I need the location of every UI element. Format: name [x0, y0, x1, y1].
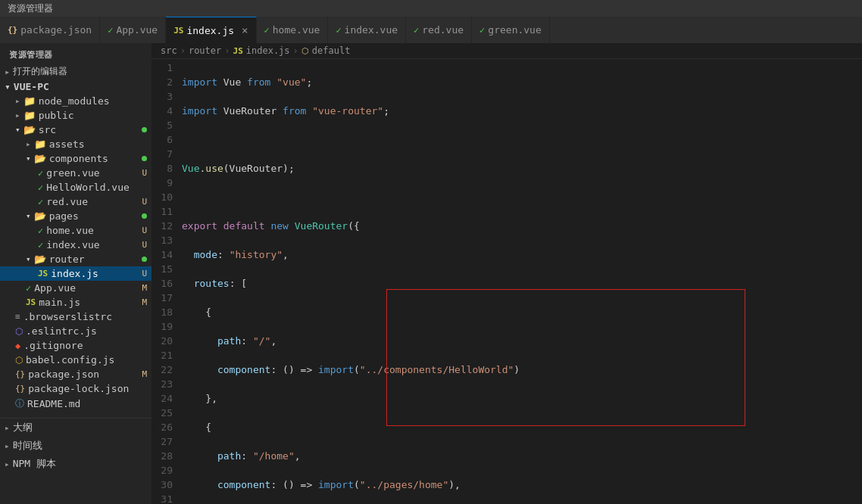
item-label: App.vue: [34, 282, 76, 294]
folder-icon: 📁: [34, 138, 46, 150]
sidebar-item-green-vue[interactable]: ✓ green.vue U: [0, 166, 151, 180]
project-root[interactable]: ▾ VUE-PC: [0, 79, 151, 94]
open-editors-header[interactable]: ▸ 打开的编辑器: [0, 64, 151, 79]
breadcrumb-icon-js: JS: [233, 46, 243, 56]
tab-index-js[interactable]: JS index.js ×: [166, 17, 256, 43]
sidebar-item-app-vue[interactable]: ✓ App.vue M: [0, 281, 151, 295]
tab-icon-vue: ✓: [264, 25, 270, 36]
item-label: README.md: [27, 398, 80, 409]
chevron-right-icon: ▸: [5, 459, 10, 469]
sidebar-item-src[interactable]: ▾ 📂 src: [0, 123, 151, 137]
modified-badge: M: [142, 297, 151, 307]
timeline-label: 时间线: [13, 439, 42, 453]
modified-badge: M: [142, 369, 151, 379]
chevron-right-icon: ▸: [26, 139, 31, 149]
chevron-right-icon: ▸: [5, 441, 10, 451]
tab-label: index.vue: [345, 24, 398, 36]
line: {: [182, 420, 847, 434]
modified-badge: U: [142, 269, 151, 278]
sidebar-item-main-js[interactable]: JS main.js M: [0, 295, 151, 310]
item-label: HelloWorld.vue: [46, 182, 130, 193]
tab-app-vue[interactable]: ✓ App.vue: [100, 17, 166, 43]
line: component: () => import("../components/H…: [182, 362, 847, 377]
chevron-right-icon: ▸: [5, 423, 10, 433]
sidebar-item-home-vue[interactable]: ✓ home.vue U: [0, 223, 151, 238]
tab-icon-vue: ✓: [108, 25, 113, 36]
outline-label: 大纲: [13, 421, 33, 434]
line: routes: [: [182, 276, 847, 291]
line: path: "/",: [182, 334, 847, 348]
tab-label: package.json: [20, 24, 92, 36]
vue-icon: ✓: [38, 182, 43, 193]
timeline-section[interactable]: ▸ 时间线: [0, 437, 151, 455]
sidebar-item-components[interactable]: ▾ 📂 components: [0, 151, 151, 166]
vue-icon: ✓: [38, 197, 43, 207]
sidebar-item-package-lock-json[interactable]: {} package-lock.json: [0, 381, 151, 396]
sidebar-item-index-vue[interactable]: ✓ index.vue U: [0, 238, 151, 252]
folder-icon: 📂: [23, 124, 36, 135]
tab-label: green.vue: [488, 24, 541, 36]
item-label: home.vue: [46, 225, 94, 236]
sidebar-item-red-vue[interactable]: ✓ red.vue U: [0, 194, 151, 209]
sidebar-item-router[interactable]: ▾ 📂 router: [0, 252, 151, 266]
tab-index-vue[interactable]: ✓ index.vue: [328, 17, 406, 43]
line: import Vue from "vue";: [182, 75, 847, 89]
code-editor: 12345 678910 1112131415 1617181920 21222…: [151, 59, 862, 504]
line: path: "/home",: [182, 449, 847, 463]
modified-badge: U: [142, 240, 151, 250]
dot-badge: [142, 257, 147, 262]
sidebar-item-babel[interactable]: ⬡ babel.config.js: [0, 353, 151, 367]
sidebar-title: 资源管理器: [0, 43, 151, 64]
sidebar-item-helloworld-vue[interactable]: ✓ HelloWorld.vue: [0, 180, 151, 194]
sidebar-item-index-js[interactable]: JS index.js U: [0, 266, 151, 281]
tab-red-vue[interactable]: ✓ red.vue: [406, 17, 472, 43]
tab-close-icon[interactable]: ×: [242, 24, 248, 36]
item-label: .gitignore: [23, 340, 83, 351]
item-label: src: [39, 124, 56, 135]
sidebar: 资源管理器 ▸ 打开的编辑器 ▾ VUE-PC ▸ 📁 node_modules…: [0, 43, 151, 504]
chevron-down-icon: ▾: [26, 254, 31, 264]
vue-icon: ✓: [26, 283, 31, 294]
item-label: pages: [49, 210, 79, 222]
tab-home-vue[interactable]: ✓ home.vue: [257, 17, 329, 43]
babel-icon: ⬡: [15, 355, 23, 366]
js-icon: JS: [38, 269, 48, 278]
npm-scripts-section[interactable]: ▸ NPM 脚本: [0, 455, 151, 473]
line: {: [182, 305, 847, 319]
tab-icon-js: JS: [173, 26, 183, 36]
tab-green-vue[interactable]: ✓ green.vue: [472, 17, 550, 43]
tab-icon-json: {}: [8, 25, 17, 35]
item-label: package-lock.json: [28, 383, 129, 394]
tab-bar: {} package.json ✓ App.vue JS index.js × …: [0, 17, 862, 43]
tab-icon-vue: ✓: [336, 25, 341, 36]
sidebar-item-gitignore[interactable]: ◆ .gitignore: [0, 338, 151, 353]
modified-badge: U: [142, 197, 151, 207]
tab-label: App.vue: [116, 24, 158, 36]
sidebar-item-assets[interactable]: ▸ 📁 assets: [0, 137, 151, 151]
open-editors-label: 打开的编辑器: [13, 65, 67, 78]
tab-package-json[interactable]: {} package.json: [0, 17, 100, 43]
item-label: components: [49, 153, 108, 164]
code-content[interactable]: import Vue from "vue"; import VueRouter …: [182, 59, 862, 504]
sidebar-item-pages[interactable]: ▾ 📂 pages: [0, 209, 151, 223]
json-icon: {}: [15, 369, 25, 379]
outline-section[interactable]: ▸ 大纲: [0, 418, 151, 437]
json-icon: {}: [15, 384, 25, 394]
sidebar-item-public[interactable]: ▸ 📁 public: [0, 108, 151, 123]
dot-badge: [142, 127, 147, 132]
info-icon: ⓘ: [15, 397, 24, 410]
sidebar-item-package-json[interactable]: {} package.json M: [0, 367, 151, 381]
tab-label: red.vue: [422, 24, 464, 36]
vue-icon: ✓: [38, 240, 43, 250]
sidebar-item-browserslistrc[interactable]: ≡ .browserslistrc: [0, 310, 151, 324]
sidebar-item-eslintrc[interactable]: ⬡ .eslintrc.js: [0, 324, 151, 338]
tab-label: index.js: [186, 25, 234, 36]
item-label: node_modules: [39, 95, 110, 107]
breadcrumb: src › router › JS index.js › ⬡ default: [151, 43, 862, 59]
editor-area: src › router › JS index.js › ⬡ default 1…: [151, 43, 862, 504]
sidebar-item-readme[interactable]: ⓘ README.md: [0, 396, 151, 412]
sep: ›: [224, 45, 230, 56]
sidebar-item-node-modules[interactable]: ▸ 📁 node_modules: [0, 94, 151, 108]
line: component: () => import("../pages/home")…: [182, 478, 847, 492]
item-label: babel.config.js: [26, 354, 114, 366]
